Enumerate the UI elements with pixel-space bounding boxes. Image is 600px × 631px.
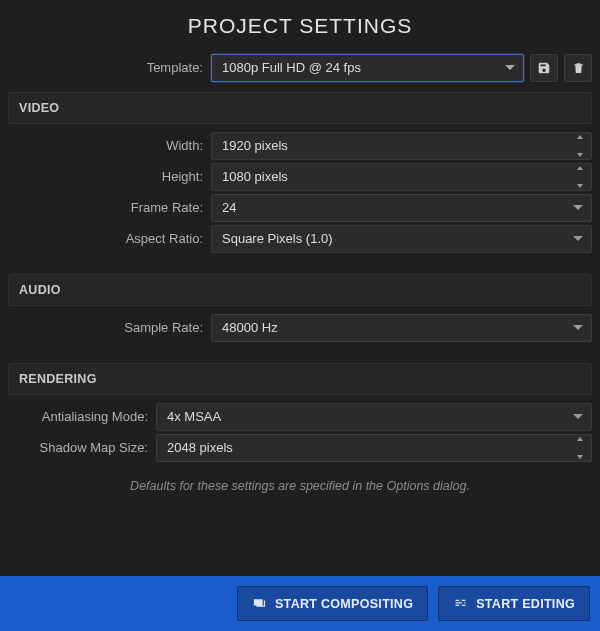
height-value: 1080 pixels: [222, 169, 288, 184]
spinner-icon[interactable]: [575, 166, 585, 188]
spinner-icon[interactable]: [575, 437, 585, 459]
aspect-label: Aspect Ratio:: [8, 225, 211, 253]
start-editing-label: START EDITING: [476, 597, 575, 611]
framerate-label: Frame Rate:: [8, 194, 211, 222]
shadow-row: Shadow Map Size: 2048 pixels: [8, 434, 592, 462]
framerate-value: 24: [222, 200, 236, 215]
save-template-button[interactable]: [530, 54, 558, 82]
height-label: Height:: [8, 163, 211, 191]
chevron-down-icon: [573, 412, 583, 422]
aspect-row: Aspect Ratio: Square Pixels (1.0): [8, 225, 592, 253]
samplerate-row: Sample Rate: 48000 Hz: [8, 314, 592, 342]
aa-label: Antialiasing Mode:: [8, 403, 156, 431]
template-label: Template:: [8, 54, 211, 82]
chevron-down-icon: [573, 234, 583, 244]
height-input[interactable]: 1080 pixels: [211, 163, 592, 191]
project-settings-window: PROJECT SETTINGS Template: 1080p Full HD…: [0, 0, 600, 631]
aa-value: 4x MSAA: [167, 409, 221, 424]
trash-icon: [572, 61, 585, 75]
rendering-note: Defaults for these settings are specifie…: [8, 465, 592, 499]
footer-bar: START COMPOSITING START EDITING: [0, 576, 600, 631]
framerate-row: Frame Rate: 24: [8, 194, 592, 222]
chevron-down-icon: [505, 63, 515, 73]
content-area: Template: 1080p Full HD @ 24 fps VIDEO: [0, 54, 600, 576]
chevron-down-icon: [573, 323, 583, 333]
rendering-section-header: RENDERING: [8, 363, 592, 395]
start-editing-button[interactable]: START EDITING: [438, 586, 590, 621]
editing-icon: [453, 596, 468, 611]
spinner-icon[interactable]: [575, 135, 585, 157]
shadow-label: Shadow Map Size:: [8, 434, 156, 462]
height-row: Height: 1080 pixels: [8, 163, 592, 191]
framerate-dropdown[interactable]: 24: [211, 194, 592, 222]
template-row: Template: 1080p Full HD @ 24 fps: [8, 54, 592, 82]
video-section-header: VIDEO: [8, 92, 592, 124]
antialiasing-dropdown[interactable]: 4x MSAA: [156, 403, 592, 431]
delete-template-button[interactable]: [564, 54, 592, 82]
width-value: 1920 pixels: [222, 138, 288, 153]
width-input[interactable]: 1920 pixels: [211, 132, 592, 160]
width-row: Width: 1920 pixels: [8, 132, 592, 160]
page-title: PROJECT SETTINGS: [0, 0, 600, 54]
width-label: Width:: [8, 132, 211, 160]
aa-row: Antialiasing Mode: 4x MSAA: [8, 403, 592, 431]
template-dropdown[interactable]: 1080p Full HD @ 24 fps: [211, 54, 524, 82]
start-compositing-button[interactable]: START COMPOSITING: [237, 586, 428, 621]
shadow-map-input[interactable]: 2048 pixels: [156, 434, 592, 462]
samplerate-value: 48000 Hz: [222, 320, 278, 335]
shadow-value: 2048 pixels: [167, 440, 233, 455]
compositing-icon: [252, 596, 267, 611]
aspect-dropdown[interactable]: Square Pixels (1.0): [211, 225, 592, 253]
start-compositing-label: START COMPOSITING: [275, 597, 413, 611]
samplerate-dropdown[interactable]: 48000 Hz: [211, 314, 592, 342]
save-icon: [537, 61, 551, 75]
samplerate-label: Sample Rate:: [8, 314, 211, 342]
template-value: 1080p Full HD @ 24 fps: [222, 60, 361, 75]
audio-section-header: AUDIO: [8, 274, 592, 306]
chevron-down-icon: [573, 203, 583, 213]
aspect-value: Square Pixels (1.0): [222, 231, 333, 246]
